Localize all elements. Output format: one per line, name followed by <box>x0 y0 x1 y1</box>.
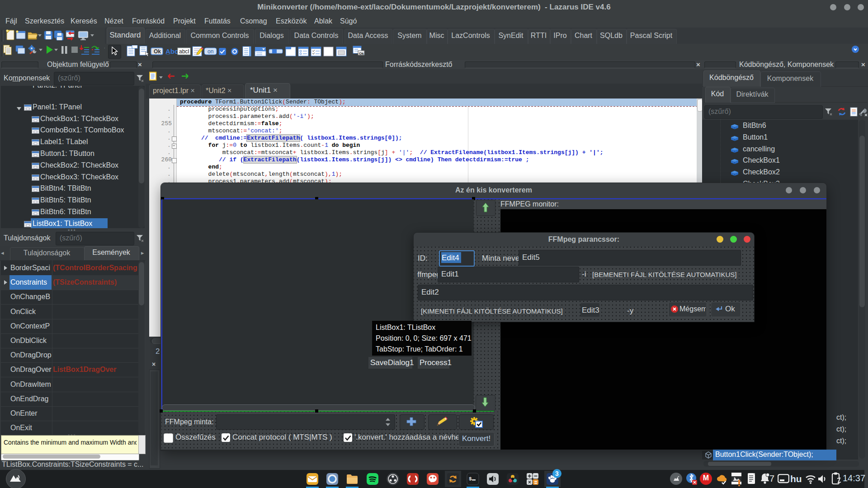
svg-text:abcI: abcI <box>179 48 189 55</box>
svg-text:Ok: Ok <box>359 52 364 56</box>
svg-text:on: on <box>208 48 213 55</box>
svg-text:$: $ <box>469 476 472 482</box>
svg-text:A̲bc: A̲bc <box>165 47 178 55</box>
svg-text:Ok: Ok <box>154 48 161 55</box>
